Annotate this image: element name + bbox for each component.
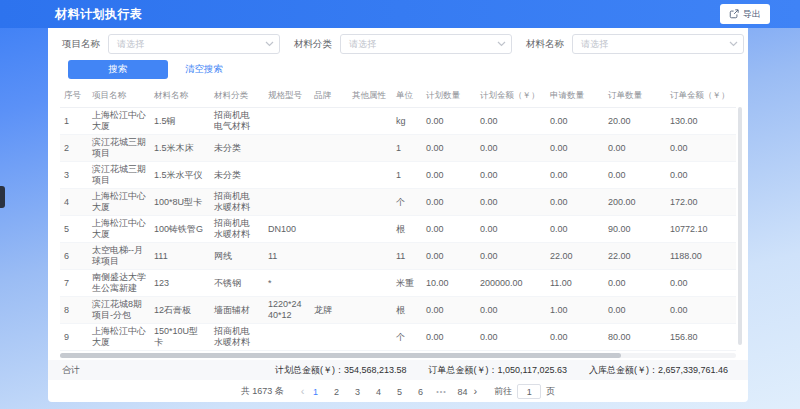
search-button[interactable]: 搜索	[68, 60, 168, 79]
summary-item-label: 入库总金额(￥)：	[589, 365, 658, 375]
table-cell: 0.00	[476, 135, 546, 162]
table-row[interactable]: 7南侧盛达大学生公寓新建123不锈钢*米重10.00200000.0011.00…	[60, 270, 736, 297]
table-cell: 7	[60, 270, 88, 297]
export-button-label: 导出	[743, 8, 761, 21]
column-header[interactable]: 计划金额（￥）	[476, 85, 546, 108]
table-cell: 0.00	[422, 162, 476, 189]
select-placeholder: 请选择	[117, 38, 144, 51]
table-cell: 南侧盛达大学生公寓新建	[88, 270, 150, 297]
goto-suffix: 页	[546, 385, 555, 398]
table-cell: 10772.10	[666, 216, 736, 243]
data-table: 序号项目名称材料名称材料分类规格型号品牌其他属性单位计划数量计划金额（￥）申请数…	[60, 85, 736, 351]
column-header[interactable]: 订单金额（￥）	[666, 85, 736, 108]
table-cell: 0.00	[604, 270, 666, 297]
table-row[interactable]: 1上海松江中心大厦1.5铜招商机电 电气材料kg0.000.000.0020.0…	[60, 108, 736, 135]
chevron-right-icon[interactable]: ›	[474, 386, 478, 397]
table-cell: 2	[60, 135, 88, 162]
export-icon	[729, 9, 739, 19]
table-row[interactable]: 3滨江花城三期项目1.5米水平仪未分类10.000.000.000.000.00	[60, 162, 736, 189]
column-header[interactable]: 计划数量	[422, 85, 476, 108]
summary-item: 计划总金额(￥)：354,568,213.58	[275, 364, 407, 377]
page-number[interactable]: 5	[394, 387, 406, 397]
table-row[interactable]: 9上海松江中心大厦150*10U型卡招商机电 水暖材料个0.000.000.00…	[60, 324, 736, 351]
column-header[interactable]: 序号	[60, 85, 88, 108]
page-number[interactable]: 1	[310, 387, 322, 397]
table-cell: 11.00	[546, 270, 604, 297]
table-cell: 米重	[392, 270, 422, 297]
table-cell: 11	[264, 243, 310, 270]
table-cell: 1	[60, 108, 88, 135]
table-cell: 200.00	[604, 189, 666, 216]
chevron-left-icon[interactable]: ‹	[301, 386, 305, 397]
column-header[interactable]: 品牌	[310, 85, 348, 108]
table-cell: kg	[392, 108, 422, 135]
export-button[interactable]: 导出	[720, 4, 770, 24]
table-cell	[348, 189, 392, 216]
filter-label: 材料分类	[294, 38, 332, 51]
horizontal-scrollbar-thumb[interactable]	[60, 353, 621, 358]
table-cell: 20.00	[604, 108, 666, 135]
table-cell	[310, 270, 348, 297]
table-row[interactable]: 6太空电梯--月球项目111网线11110.000.0022.0022.0011…	[60, 243, 736, 270]
table-cell: 90.00	[604, 216, 666, 243]
table-cell: 80.00	[604, 324, 666, 351]
main-panel: 项目名称请选择材料分类请选择材料名称请选择 搜索 清空搜索 序号项目名称材料名称…	[48, 28, 748, 402]
table-cell: 根	[392, 297, 422, 324]
table-cell: 8	[60, 297, 88, 324]
table-cell: 10.00	[422, 270, 476, 297]
column-header[interactable]: 项目名称	[88, 85, 150, 108]
table-cell: 0.00	[546, 162, 604, 189]
table-cell: 0.00	[546, 108, 604, 135]
table-cell: 0.00	[604, 135, 666, 162]
table-cell: 3	[60, 162, 88, 189]
select-placeholder: 请选择	[349, 38, 376, 51]
column-header[interactable]: 其他属性	[348, 85, 392, 108]
table-cell: 1.00	[546, 297, 604, 324]
summary-total-label: 合计	[62, 364, 80, 377]
page-number[interactable]: 6	[415, 387, 427, 397]
table-cell: 1220*2440*12	[264, 297, 310, 324]
filter-select[interactable]: 请选择	[108, 34, 280, 54]
table-cell: 156.80	[666, 324, 736, 351]
table-row[interactable]: 2滨江花城三期项目1.5米木床未分类10.000.000.000.000.00	[60, 135, 736, 162]
vertical-scrollbar-thumb[interactable]	[738, 107, 742, 345]
table-row[interactable]: 4上海松江中心大厦100*8U型卡招商机电 水暖材料个0.000.000.002…	[60, 189, 736, 216]
table-cell: 0.00	[476, 108, 546, 135]
column-header[interactable]: 单位	[392, 85, 422, 108]
column-header[interactable]: 申请数量	[546, 85, 604, 108]
table-cell: 1.5米木床	[150, 135, 210, 162]
horizontal-scrollbar[interactable]	[60, 353, 736, 358]
table-cell: 0.00	[476, 162, 546, 189]
table-cell: 招商机电 水暖材料	[210, 189, 264, 216]
table-cell	[310, 135, 348, 162]
page-number[interactable]: 3	[352, 387, 364, 397]
filter-actions: 搜索 清空搜索	[68, 60, 734, 79]
page-title: 材料计划执行表	[55, 6, 143, 23]
pager-ellipsis: •••	[436, 388, 448, 395]
goto-page-input[interactable]	[517, 384, 541, 399]
page-number[interactable]: 2	[331, 387, 343, 397]
filter-row: 项目名称请选择材料分类请选择材料名称请选择	[62, 34, 734, 54]
clear-search-link[interactable]: 清空搜索	[185, 63, 223, 76]
table-cell: 未分类	[210, 162, 264, 189]
sidebar-toggle-handle[interactable]	[0, 186, 5, 208]
table-row[interactable]: 8滨江花城8期项目-分包12石膏板墙面辅材1220*2440*12龙牌根0.00…	[60, 297, 736, 324]
table-cell: 172.00	[666, 189, 736, 216]
page-number[interactable]: 84	[457, 387, 469, 397]
table-cell	[310, 324, 348, 351]
filter-select[interactable]: 请选择	[340, 34, 512, 54]
table-cell: 太空电梯--月球项目	[88, 243, 150, 270]
column-header[interactable]: 订单数量	[604, 85, 666, 108]
table-cell: 未分类	[210, 135, 264, 162]
table-cell: 0.00	[422, 243, 476, 270]
column-header[interactable]: 材料名称	[150, 85, 210, 108]
column-header[interactable]: 材料分类	[210, 85, 264, 108]
page-number[interactable]: 4	[373, 387, 385, 397]
column-header[interactable]: 规格型号	[264, 85, 310, 108]
table-cell	[348, 243, 392, 270]
table-cell: *	[264, 270, 310, 297]
table-cell: 9	[60, 324, 88, 351]
table-cell: 22.00	[604, 243, 666, 270]
filter-select[interactable]: 请选择	[572, 34, 744, 54]
table-row[interactable]: 5上海松江中心大厦100铸铁管G招商机电 水暖材料DN100根0.000.000…	[60, 216, 736, 243]
